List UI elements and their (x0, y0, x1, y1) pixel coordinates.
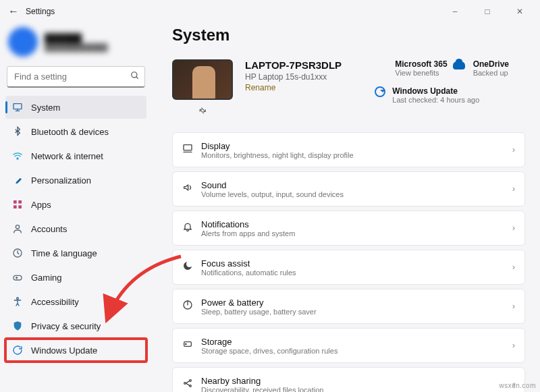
shield-icon (12, 320, 23, 331)
sidebar-item-label: Apps (31, 200, 51, 210)
display-icon (182, 143, 201, 157)
chevron-right-icon: › (512, 145, 515, 155)
back-button[interactable]: ← (5, 5, 22, 18)
card-title: Notifications (201, 219, 295, 229)
svg-point-20 (184, 383, 186, 385)
sidebar-item-label: System (31, 103, 60, 113)
account-block[interactable]: ██████ ████████████ (5, 23, 146, 66)
card-sound[interactable]: SoundVolume levels, output, input, sound… (172, 171, 525, 206)
chevron-right-icon: › (512, 223, 515, 233)
sidebar-item-privacy-security[interactable]: Privacy & security (5, 314, 146, 337)
sidebar-item-bluetooth-devices[interactable]: Bluetooth & devices (5, 120, 146, 143)
sidebar-item-network-internet[interactable]: Network & internet (5, 144, 146, 167)
sidebar-item-label: Windows Update (31, 345, 97, 356)
svg-rect-2 (14, 104, 22, 109)
sidebar-item-accounts[interactable]: Accounts (5, 217, 146, 240)
svg-rect-8 (14, 205, 17, 208)
search-input[interactable] (7, 66, 145, 88)
sidebar-item-time-language[interactable]: Time & language (5, 242, 146, 264)
share-icon (182, 378, 201, 391)
card-subtitle: Sleep, battery usage, battery saver (201, 308, 317, 316)
card-subtitle: Notifications, automatic rules (201, 269, 296, 277)
window-maximize-button[interactable]: □ (478, 7, 497, 16)
sidebar-item-accessibility[interactable]: Accessibility (5, 290, 146, 313)
svg-rect-6 (14, 200, 17, 204)
sidebar-item-system[interactable]: System (5, 96, 146, 119)
card-subtitle: Discoverability, received files location (201, 386, 323, 393)
grid-icon (12, 199, 23, 210)
svg-point-13 (17, 298, 19, 300)
onedrive-icon (453, 59, 465, 72)
watermark: wsxdn.com (499, 382, 536, 389)
svg-point-21 (190, 380, 192, 382)
chevron-right-icon: › (512, 341, 515, 350)
card-title: Focus assist (201, 258, 296, 269)
brush-icon (12, 175, 23, 186)
update-icon (12, 345, 23, 356)
access-icon (12, 296, 23, 307)
link-icon: ⇄ (197, 105, 209, 117)
device-image (172, 59, 233, 100)
card-title: Storage (201, 337, 338, 347)
sidebar-item-label: Accessibility (31, 297, 79, 307)
card-title: Nearby sharing (201, 376, 323, 386)
status-windows-update[interactable]: Windows Update Last checked: 4 hours ago (375, 86, 525, 104)
account-email: ████████████ (45, 43, 108, 51)
card-nearby-sharing[interactable]: Nearby sharingDiscoverability, received … (172, 367, 525, 392)
bt-icon (12, 126, 23, 137)
svg-point-19 (186, 343, 186, 344)
svg-point-10 (16, 225, 19, 229)
chevron-right-icon: › (512, 302, 515, 311)
svg-rect-9 (18, 205, 22, 208)
window-close-button[interactable]: ✕ (510, 7, 529, 16)
main-panel: System ⇄ LAPTOP-7PSR3DLP HP Laptop 15s-d… (152, 23, 540, 392)
sidebar-item-windows-update[interactable]: Windows Update (5, 339, 146, 362)
svg-rect-14 (184, 145, 192, 150)
sidebar-item-label: Gaming (31, 273, 62, 283)
svg-point-22 (190, 385, 192, 387)
status-grid: Microsoft 365 View benefits OneDrive Bac… (375, 59, 525, 104)
svg-line-1 (136, 77, 138, 79)
card-subtitle: Storage space, drives, configuration rul… (201, 347, 338, 355)
device-name: LAPTOP-7PSR3DLP (245, 59, 342, 71)
page-title: System (172, 26, 525, 45)
card-notifications[interactable]: NotificationsAlerts from apps and system… (172, 211, 525, 246)
window-title: Settings (26, 7, 55, 16)
microsoft-icon (375, 59, 387, 72)
chevron-right-icon: › (512, 262, 515, 272)
card-power-battery[interactable]: Power & batterySleep, battery usage, bat… (172, 289, 525, 324)
titlebar: ← Settings – □ ✕ (0, 0, 540, 23)
moon-icon (182, 260, 201, 274)
window-minimize-button[interactable]: – (446, 7, 464, 16)
status-ms365[interactable]: Microsoft 365 View benefits (395, 59, 447, 77)
sidebar-item-apps[interactable]: Apps (5, 193, 146, 216)
card-title: Display (201, 141, 354, 151)
status-onedrive[interactable]: OneDrive Backed up (473, 59, 525, 77)
card-focus-assist[interactable]: Focus assistNotifications, automatic rul… (172, 250, 525, 285)
monitor-icon (12, 102, 23, 113)
sidebar-item-label: Network & internet (31, 151, 103, 161)
avatar (8, 27, 38, 57)
card-title: Power & battery (201, 298, 317, 308)
game-icon (12, 272, 23, 283)
card-storage[interactable]: StorageStorage space, drives, configurat… (172, 328, 525, 363)
search-box[interactable] (7, 66, 145, 88)
sidebar-item-personalization[interactable]: Personalization (5, 169, 146, 192)
device-hero: ⇄ LAPTOP-7PSR3DLP HP Laptop 15s-du1xxx R… (172, 59, 525, 116)
settings-card-list: DisplayMonitors, brightness, night light… (172, 132, 525, 392)
update-icon (375, 86, 387, 99)
bell-icon (182, 221, 201, 235)
chevron-right-icon: › (512, 184, 515, 194)
card-subtitle: Volume levels, output, input, sound devi… (201, 190, 344, 198)
sidebar: ██████ ████████████ SystemBluetooth & de… (0, 23, 152, 392)
nav-list: SystemBluetooth & devicesNetwork & inter… (5, 96, 146, 362)
sidebar-item-label: Time & language (31, 248, 97, 258)
sidebar-item-label: Personalization (31, 175, 91, 186)
svg-rect-7 (18, 200, 22, 204)
rename-link[interactable]: Rename (245, 83, 342, 92)
sidebar-item-gaming[interactable]: Gaming (5, 266, 146, 289)
sound-icon (182, 182, 201, 196)
search-icon (130, 71, 140, 82)
user-icon (12, 223, 23, 234)
card-display[interactable]: DisplayMonitors, brightness, night light… (172, 132, 525, 167)
